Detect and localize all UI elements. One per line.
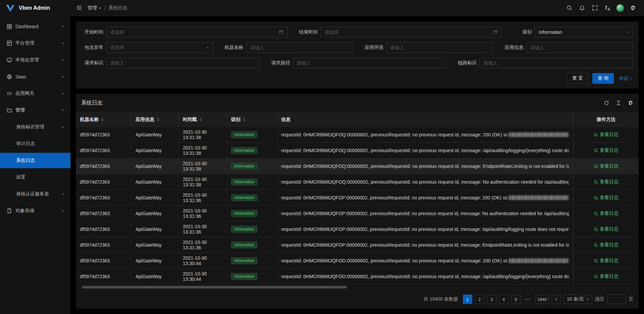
app-info-box[interactable] bbox=[526, 42, 634, 53]
table-row[interactable]: df5974d72363 ApiGateWay 2021-10-30 13:31… bbox=[76, 206, 639, 222]
view-log-link[interactable]: 查看日志 bbox=[594, 163, 619, 169]
sidebar-item-settings[interactable]: 设置 bbox=[0, 170, 70, 185]
sidebar-item-identity-management[interactable]: 身份标识管理 bbox=[0, 119, 70, 135]
breadcrumb-separator: / bbox=[104, 5, 106, 11]
message-text: requestId: 0HMCRBM8JQFOO:00000002, previ… bbox=[281, 258, 507, 263]
app-logo[interactable]: Vben Admin bbox=[0, 0, 70, 16]
level-badge: Information bbox=[231, 257, 257, 264]
level-select[interactable]: Information bbox=[535, 27, 633, 38]
cell-message: requestId: 0HMCRBM8JQFOO:00000002, previ… bbox=[277, 253, 573, 268]
column-header-timestamp[interactable]: 时间戳 bbox=[179, 112, 227, 127]
column-header-level[interactable]: 级别 bbox=[227, 112, 277, 127]
user-avatar[interactable] bbox=[614, 0, 627, 16]
request-id-box[interactable] bbox=[106, 58, 260, 68]
sidebar-item-app-gateway[interactable]: 应用网关 bbox=[0, 86, 70, 101]
table-row[interactable]: df5974d72363 ApiGateWay 2021-10-30 13:30… bbox=[76, 269, 639, 285]
column-header-machine-name[interactable]: 机器名称 bbox=[76, 112, 131, 127]
table-row[interactable]: df5974d72363 ApiGateWay 2021-10-30 13:31… bbox=[76, 174, 639, 190]
level-badge: Information bbox=[231, 226, 257, 233]
sidebar-item-saas[interactable]: Saas bbox=[0, 69, 70, 84]
table-row[interactable]: df5974d72363 ApiGateWay 2021-10-30 13:31… bbox=[76, 222, 639, 237]
breadcrumb-parent[interactable]: 管理 bbox=[88, 5, 102, 11]
filter-row-3: 请求标识 请求路径 链路标识 bbox=[81, 58, 633, 68]
request-id-input[interactable] bbox=[110, 60, 256, 66]
row-height-icon[interactable] bbox=[616, 100, 621, 106]
message-text: requestId: 0HMCRBM8JQFOQ:00000002, previ… bbox=[281, 148, 569, 153]
table-row[interactable]: df5974d72363 ApiGateWay 2021-10-30 13:31… bbox=[76, 190, 639, 206]
jump-page-input[interactable] bbox=[607, 295, 626, 304]
search-icon bbox=[594, 133, 598, 137]
cell-app-info: ApiGateWay bbox=[131, 222, 179, 237]
page-button[interactable]: ••• bbox=[523, 295, 533, 304]
sidebar-item-audit-log[interactable]: 审计日志 bbox=[0, 136, 70, 151]
cell-timestamp: 2021-10-30 13:31:38 bbox=[179, 159, 227, 174]
view-log-link[interactable]: 查看日志 bbox=[594, 258, 619, 264]
table-row[interactable]: df5974d72363 ApiGateWay 2021-10-30 13:31… bbox=[76, 159, 639, 174]
machine-name-box[interactable] bbox=[246, 42, 354, 53]
column-settings-gear-icon[interactable] bbox=[628, 100, 633, 106]
translate-icon[interactable] bbox=[601, 0, 614, 16]
view-log-link[interactable]: 查看日志 bbox=[594, 147, 619, 153]
sidebar-item-label: 身份认证服务器 bbox=[16, 191, 49, 197]
request-path-input[interactable] bbox=[297, 60, 443, 66]
page-button[interactable]: 3 bbox=[487, 295, 496, 304]
end-time-picker[interactable] bbox=[320, 27, 502, 38]
view-log-link[interactable]: 查看日志 bbox=[594, 132, 619, 138]
refresh-icon[interactable] bbox=[604, 100, 609, 106]
column-header-app-info[interactable]: 应用信息 bbox=[131, 112, 179, 127]
level-badge: Information bbox=[231, 194, 257, 201]
cell-machine-name: df5974d72363 bbox=[76, 222, 131, 237]
view-log-link[interactable]: 查看日志 bbox=[594, 226, 619, 232]
page-button[interactable]: 1940 bbox=[535, 295, 549, 304]
sidebar-item-auth-server[interactable]: 身份认证服务器 bbox=[0, 186, 70, 202]
app-info-input[interactable] bbox=[530, 45, 630, 50]
view-log-link[interactable]: 查看日志 bbox=[594, 242, 619, 248]
view-log-link[interactable]: 查看日志 bbox=[594, 273, 619, 279]
reset-button[interactable]: 重 置 bbox=[567, 73, 588, 84]
breadcrumb-parent-label: 管理 bbox=[88, 5, 97, 11]
notification-bell-icon[interactable] bbox=[576, 0, 588, 16]
table-row[interactable]: df5974d72363 ApiGateWay 2021-10-30 13:31… bbox=[76, 237, 639, 253]
table-row[interactable]: df5974d72363 ApiGateWay 2021-10-30 13:31… bbox=[76, 127, 639, 143]
app-env-box[interactable] bbox=[386, 42, 493, 53]
view-log-link[interactable]: 查看日志 bbox=[594, 210, 619, 216]
filter-field-app-info: 应用信息 bbox=[501, 42, 634, 53]
request-path-box[interactable] bbox=[293, 58, 447, 68]
collapse-link[interactable]: 收起 bbox=[619, 75, 633, 81]
query-button[interactable]: 查 询 bbox=[592, 73, 614, 84]
start-time-picker[interactable] bbox=[106, 27, 287, 38]
app-env-input[interactable] bbox=[390, 45, 489, 50]
trace-id-input[interactable] bbox=[483, 60, 629, 66]
trace-id-label: 链路标识 bbox=[454, 60, 477, 66]
page-size-select[interactable]: 10 条/页 bbox=[564, 295, 592, 304]
page-button[interactable]: 4 bbox=[499, 295, 508, 304]
machine-name-input[interactable] bbox=[250, 45, 350, 50]
view-log-link[interactable]: 查看日志 bbox=[594, 179, 619, 185]
search-icon[interactable] bbox=[563, 0, 576, 16]
sidebar-item-system-log[interactable]: 系统日志 bbox=[0, 153, 70, 168]
start-time-input[interactable] bbox=[110, 29, 276, 35]
app-info-label: 应用信息 bbox=[501, 45, 524, 51]
view-log-link[interactable]: 查看日志 bbox=[594, 195, 619, 201]
has-exception-label: 包含异常 bbox=[81, 45, 103, 51]
settings-gear-icon[interactable] bbox=[627, 0, 639, 16]
next-page-button[interactable] bbox=[552, 295, 561, 304]
page-button[interactable]: 5 bbox=[511, 295, 521, 304]
page-button[interactable]: 1 bbox=[463, 295, 472, 304]
end-time-input[interactable] bbox=[324, 29, 490, 35]
horizontal-scrollbar-thumb[interactable] bbox=[82, 286, 347, 289]
sidebar-item-dashboard[interactable]: Dashboard bbox=[0, 19, 70, 34]
has-exception-select[interactable]: 请选择 bbox=[106, 42, 213, 53]
view-log-label: 查看日志 bbox=[600, 147, 619, 153]
sidebar-item-localization-management[interactable]: 本地化管理 bbox=[0, 52, 70, 68]
page-button[interactable]: 2 bbox=[475, 295, 484, 304]
sidebar-item-object-storage[interactable]: 对象存储 bbox=[0, 203, 70, 218]
fullscreen-icon[interactable] bbox=[588, 0, 601, 16]
trace-id-box[interactable] bbox=[479, 58, 633, 68]
sidebar-item-platform-management[interactable]: 平台管理 bbox=[0, 36, 70, 51]
menu-fold-icon[interactable] bbox=[75, 4, 84, 12]
table-row[interactable]: df5974d72363 ApiGateWay 2021-10-30 13:30… bbox=[76, 253, 639, 269]
sidebar-item-management[interactable]: 管理 bbox=[0, 103, 70, 118]
column-label: 应用信息 bbox=[136, 117, 154, 123]
table-row[interactable]: df5974d72363 ApiGateWay 2021-10-30 13:31… bbox=[76, 143, 639, 159]
